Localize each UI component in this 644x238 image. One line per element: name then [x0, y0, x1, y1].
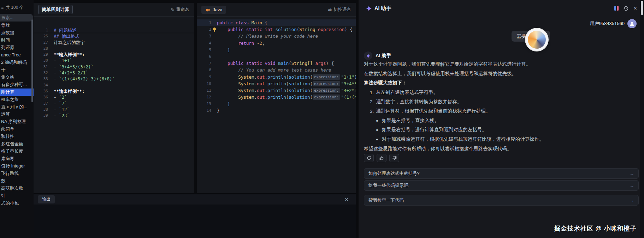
assistant-avatar	[364, 51, 372, 60]
code-line[interactable]: 12 System.out.println(solution(expressio…	[197, 94, 356, 100]
suggested-question-chip[interactable]: 如何处理表达式中的括号?→	[364, 168, 639, 179]
switch-arrows-icon: ⇄	[328, 7, 332, 12]
token	[217, 88, 238, 93]
token: }	[217, 108, 220, 113]
problem-sidebar: ≡ 共 100 个 骨牌点数据时间列还原ance Tree2 编码和解码干集交换…	[0, 0, 34, 238]
message-paragraph: 算法步骤大致如下：	[364, 78, 640, 88]
sidebar-item[interactable]: 多红包金额	[0, 140, 34, 148]
code-line[interactable]: 2 public static int solution(String expr…	[197, 26, 356, 33]
md-line[interactable]: 27计算之后的数字	[34, 39, 194, 45]
token: expression	[318, 27, 344, 32]
rename-button[interactable]: ✎ 重命名	[171, 7, 189, 13]
sidebar-item[interactable]: 骨牌	[0, 22, 34, 29]
sidebar-item[interactable]: 针	[0, 192, 34, 200]
code-line[interactable]: 14}	[197, 107, 356, 114]
sidebar-item[interactable]: 干	[0, 66, 34, 74]
sidebar-item[interactable]: 置 x 到 y 的...	[0, 103, 34, 111]
sidebar-item[interactable]: 则计算	[0, 89, 34, 96]
code-line[interactable]: 6	[197, 53, 356, 60]
sidebar-item[interactable]: 高获胜次数	[0, 185, 34, 192]
dislike-button[interactable]	[389, 154, 399, 162]
sidebar-item[interactable]: 飞行路线	[0, 170, 34, 177]
sidebar-item[interactable]: 时间	[0, 37, 34, 44]
code-line[interactable]: 11 System.out.println(solution(expressio…	[197, 87, 356, 94]
thumbs-up-icon	[379, 156, 384, 160]
flag-icon[interactable]	[614, 6, 619, 11]
md-line[interactable]: 25## 输出格式	[34, 33, 194, 39]
md-line[interactable]: 33- `(1+(4+5+2)-3)+(6+8)`	[34, 76, 194, 82]
sidebar-item[interactable]: 数	[0, 177, 34, 185]
line-content	[54, 45, 194, 51]
switch-language-button[interactable]: ⇄ 切换语言	[328, 7, 351, 13]
md-line[interactable]: 34	[34, 82, 194, 88]
sidebar-item[interactable]: 换子串长度	[0, 148, 34, 155]
description-editor[interactable]: 1# 问题描述25## 输出格式27计算之后的数字2829**输入样例**:30…	[34, 17, 194, 118]
md-line[interactable]: 30- `1+1`	[34, 57, 194, 63]
token: out	[257, 88, 265, 93]
code-line[interactable]: 9 System.out.println(solution(expression…	[197, 74, 356, 80]
sidebar-scrollbar[interactable]	[31, 19, 33, 102]
suggested-question-chip[interactable]: 帮我检查一下代码→	[364, 195, 639, 206]
code-line[interactable]: 7 public static void main(String[] args)…	[197, 60, 356, 67]
line-number: 30	[34, 57, 54, 63]
code-line[interactable]: 13 }	[197, 100, 356, 107]
language-tab[interactable]: Java	[201, 6, 226, 14]
suggested-question-chip[interactable]: 给我一些代码提示吧→	[364, 180, 639, 191]
token: }	[217, 47, 230, 53]
sidebar-item[interactable]: NA 序列整理	[0, 118, 34, 126]
close-icon[interactable]: ✕	[633, 6, 637, 11]
md-line[interactable]: 29**输入样例**:	[34, 51, 194, 57]
code-line[interactable]: 5 }	[197, 47, 356, 53]
md-line[interactable]: 28	[34, 45, 194, 51]
md-line[interactable]: 32- `4+2*5-2/1`	[34, 70, 194, 76]
token: solution	[289, 74, 310, 80]
sidebar-item[interactable]: 列还原	[0, 44, 34, 51]
search-input[interactable]	[0, 14, 33, 22]
message-list-item: ●如果是左括号，直接入栈。	[364, 116, 640, 126]
code-line[interactable]: 3 // Please write your code here	[197, 33, 356, 39]
code-line[interactable]: 10 System.out.println(solution(expressio…	[197, 80, 356, 87]
watermark-text: 掘金技术社区 @ 小咪和橙子	[554, 224, 637, 233]
sidebar-item[interactable]: 有多少种可...	[0, 81, 34, 89]
sidebar-item[interactable]: 此简单	[0, 126, 34, 133]
scrollbar-thumb[interactable]	[641, 1, 643, 15]
sidebar-item[interactable]: ance Tree	[0, 51, 34, 59]
hamburger-icon[interactable]: ≡	[1, 5, 4, 10]
watermark-avatar	[526, 29, 548, 51]
token: solution	[276, 27, 297, 32]
sidebar-item[interactable]: 运算	[0, 111, 34, 118]
md-line[interactable]: 31- `3+4*5/(3+2)`	[34, 64, 194, 70]
code-line[interactable]: 4 return -2;	[197, 40, 356, 47]
page-scrollbar[interactable]	[640, 0, 644, 238]
md-line[interactable]: 38- `12`	[34, 106, 194, 112]
code-line[interactable]: 1public class Main {	[197, 19, 356, 26]
like-button[interactable]	[377, 154, 386, 162]
token: }	[217, 101, 230, 106]
line-number: 4	[197, 40, 217, 47]
code-editor[interactable]: 1public class Main {2 public static int …	[197, 17, 356, 114]
line-number: 3	[197, 33, 217, 39]
md-line[interactable]: 1# 问题描述	[34, 27, 194, 33]
regenerate-button[interactable]	[364, 154, 374, 162]
sidebar-item[interactable]: 2 编码和解码	[0, 59, 34, 66]
history-icon[interactable]	[623, 6, 629, 11]
token: // You can add more test cases here	[217, 67, 331, 73]
token: (	[310, 81, 313, 86]
code-line[interactable]: 8 // You can add more test cases here	[197, 67, 356, 73]
sidebar-item[interactable]: 租车之旅	[0, 96, 34, 103]
line-content: - `4+2*5-2/1`	[54, 70, 194, 76]
token: `4+2*5-2/1`	[59, 70, 88, 75]
sidebar-item[interactable]: 点数据	[0, 29, 34, 37]
sidebar-item[interactable]: 和转换	[0, 133, 34, 140]
sidebar-item[interactable]: 值转 Integer	[0, 163, 34, 170]
close-icon[interactable]: ✕	[344, 197, 349, 202]
md-line[interactable]: 37- `7`	[34, 100, 194, 106]
sidebar-item[interactable]: 式的小包	[0, 200, 34, 207]
line-number: 8	[197, 67, 217, 73]
sidebar-item[interactable]: 素病毒	[0, 155, 34, 163]
output-tab[interactable]: 输出	[38, 195, 55, 203]
md-line[interactable]: 36- `2`	[34, 94, 194, 100]
md-line[interactable]: 35**输出样例**:	[34, 88, 194, 94]
sidebar-item[interactable]: 集交换	[0, 74, 34, 81]
md-line[interactable]: 39- `23`	[34, 112, 194, 118]
